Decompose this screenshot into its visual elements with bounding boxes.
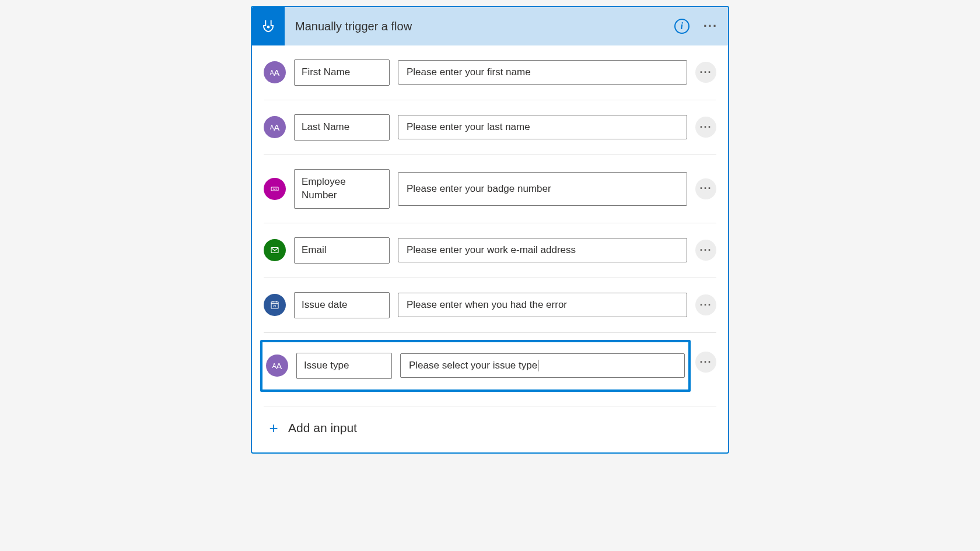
input-placeholder-field[interactable]: Please select your issue type: [400, 353, 685, 378]
plus-icon: +: [267, 419, 280, 437]
input-name-field[interactable]: Issue date: [294, 292, 390, 318]
input-row-employee-number: 123 Employee Number ···: [264, 155, 716, 223]
input-row-email: Email ···: [264, 223, 716, 278]
text-type-icon: AA: [264, 116, 286, 138]
input-placeholder-field[interactable]: [398, 60, 687, 85]
input-placeholder-field[interactable]: [398, 293, 687, 317]
row-more-icon[interactable]: ···: [695, 117, 716, 138]
trigger-card: Manually trigger a flow i ··· AA First N…: [251, 6, 729, 454]
text-type-icon: AA: [266, 355, 288, 377]
card-title: Manually trigger a flow: [285, 20, 674, 33]
info-icon[interactable]: i: [674, 19, 690, 34]
input-placeholder-field[interactable]: [398, 115, 687, 139]
row-more-icon[interactable]: ···: [695, 240, 716, 261]
input-name-field[interactable]: Last Name: [294, 114, 390, 141]
add-input-button[interactable]: + Add an input: [252, 406, 728, 452]
card-more-icon[interactable]: ···: [700, 19, 721, 34]
row-more-icon[interactable]: ···: [695, 294, 716, 315]
input-placeholder-field[interactable]: [398, 172, 687, 206]
input-row-first-name: AA First Name ···: [264, 45, 716, 100]
svg-point-0: [267, 26, 270, 29]
input-name-field[interactable]: First Name: [294, 59, 390, 86]
text-caret: [538, 360, 538, 371]
svg-text:21: 21: [273, 304, 276, 308]
text-type-icon: AA: [264, 61, 286, 83]
input-name-field[interactable]: Issue type: [296, 353, 392, 379]
email-type-icon: [264, 239, 286, 261]
row-more-icon[interactable]: ···: [695, 62, 716, 83]
row-more-icon[interactable]: ···: [695, 178, 716, 199]
card-header: Manually trigger a flow i ···: [252, 7, 728, 45]
input-name-field[interactable]: Employee Number: [294, 169, 390, 209]
svg-text:123: 123: [272, 188, 277, 191]
add-input-label: Add an input: [288, 421, 357, 435]
input-row-issue-type: AA Issue type Please select your issue t…: [264, 333, 716, 406]
input-row-issue-date: 21 Issue date ···: [264, 278, 716, 333]
trigger-icon: [252, 7, 285, 45]
row-more-icon[interactable]: ···: [695, 352, 716, 373]
input-placeholder-field[interactable]: [398, 238, 687, 262]
input-name-field[interactable]: Email: [294, 237, 390, 264]
input-placeholder-text: Please select your issue type: [409, 360, 537, 371]
input-row-last-name: AA Last Name ···: [264, 100, 716, 155]
date-type-icon: 21: [264, 294, 286, 316]
number-type-icon: 123: [264, 178, 286, 200]
